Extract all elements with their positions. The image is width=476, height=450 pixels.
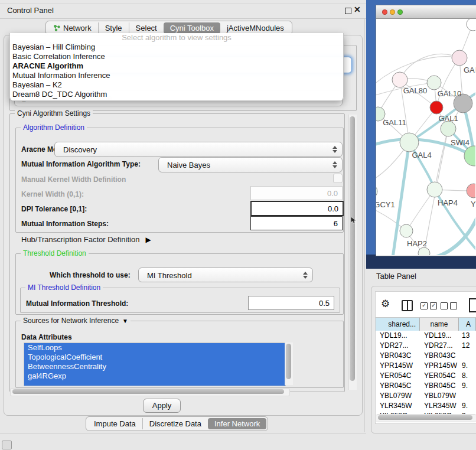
popup-item[interactable]: Bayesian – K2	[10, 80, 343, 90]
table-row[interactable]: YPR145WYPR145W9.	[376, 361, 476, 371]
tab-infer-network[interactable]: Infer Network	[208, 418, 266, 429]
close-icon[interactable]: ✕	[354, 5, 361, 14]
scrollbar-thumb[interactable]	[378, 415, 472, 420]
sources-title[interactable]: Sources for Network Inference▼	[21, 317, 131, 325]
node[interactable]	[467, 19, 475, 31]
aracne-mode-combobox[interactable]: Discovery	[54, 142, 343, 157]
svg-text:Y: Y	[471, 200, 475, 208]
tab-cyni-toolbox[interactable]: Cyni Toolbox	[164, 22, 220, 34]
column-header-shared-name[interactable]: shared...	[376, 318, 420, 331]
dpi-tolerance-field[interactable]: 0.0	[250, 201, 344, 216]
table-row[interactable]: YER054CYER054C8.	[376, 371, 476, 381]
deselect-all-checkboxes-icon[interactable]	[441, 302, 457, 309]
data-attributes-label: Data Attributes	[21, 333, 72, 341]
data-attributes-list: SelfLoops TopologicalCoefficient Between…	[24, 343, 286, 386]
bottom-tabbar: Impute Data Discretize Data Infer Networ…	[86, 416, 268, 431]
popup-placeholder: Select algorithm to view settings	[10, 33, 343, 43]
tab-select[interactable]: Select	[129, 22, 164, 34]
table-header: shared... name A	[376, 317, 476, 331]
dock-panel-icon[interactable]	[2, 441, 12, 449]
node-gal4[interactable]	[400, 133, 419, 152]
list-item[interactable]: TopologicalCoefficient	[24, 353, 285, 362]
scrollbar-thumb[interactable]	[12, 389, 284, 394]
which-threshold-label: Which threshold to use:	[50, 271, 131, 279]
new-table-icon[interactable]	[469, 298, 476, 312]
settings-vscrollbar[interactable]	[348, 115, 357, 390]
manual-kernel-label: Manual Kernel Width Definition	[21, 175, 126, 184]
zoom-traffic-light-icon[interactable]	[397, 9, 403, 15]
node-y[interactable]	[467, 184, 475, 198]
network-window: GAL GAL80 GAL10 GAL1 GAL11 SWI4 GAL4 GCY…	[376, 5, 476, 256]
select-all-checkboxes-icon[interactable]: ✓✓	[420, 302, 437, 309]
apply-button[interactable]: Apply	[143, 399, 181, 413]
mi-threshold-label: Mutual Information Threshold:	[26, 299, 128, 308]
network-canvas[interactable]: GAL GAL80 GAL10 GAL1 GAL11 SWI4 GAL4 GCY…	[376, 19, 475, 255]
table-row[interactable]: YBL079WYBL079W	[376, 391, 476, 401]
popup-item[interactable]: Bayesian – Hill Climbing	[10, 43, 343, 52]
mi-type-combobox[interactable]: Naive Bayes	[158, 157, 343, 172]
node-gal80[interactable]	[392, 72, 407, 87]
network-window-titlebar[interactable]	[376, 5, 476, 19]
table-row[interactable]: YDR27...YDR27...12	[376, 341, 476, 351]
panel-divider	[0, 433, 366, 433]
list-item-partial[interactable]	[24, 381, 285, 386]
popup-item[interactable]: Basic Correlation Inference	[10, 52, 343, 61]
node[interactable]	[452, 50, 467, 66]
node-gal10[interactable]	[427, 76, 441, 90]
mi-threshold-field[interactable]: 0.5	[248, 296, 334, 310]
table-row[interactable]: YBR045CYBR045C9.	[376, 381, 476, 391]
mi-threshold-title: MI Threshold Definition	[25, 283, 103, 292]
list-item[interactable]: BetweennessCentrality	[24, 362, 285, 371]
settings-hscrollbar[interactable]	[10, 388, 290, 396]
table-hscrollbar[interactable]	[376, 414, 476, 422]
svg-text:GAL11: GAL11	[383, 118, 406, 127]
node-gcy1[interactable]	[376, 184, 377, 198]
settings-group-title: Cyni Algorithm Settings	[15, 109, 93, 118]
svg-text:GAL: GAL	[464, 66, 475, 74]
node-swi4[interactable]	[464, 146, 475, 166]
tab-network[interactable]: Network	[47, 22, 98, 34]
node-red[interactable]	[430, 101, 443, 114]
node-hap2[interactable]	[400, 224, 413, 237]
panel-divider	[364, 19, 365, 432]
stepper-icon	[303, 272, 308, 279]
popup-item-selected[interactable]: ARACNE Algorithm	[10, 61, 343, 71]
expand-arrow-icon: ▶	[145, 236, 151, 244]
manual-kernel-checkbox[interactable]	[333, 174, 343, 183]
stepper-icon	[332, 146, 337, 153]
hub-definition-toggle[interactable]: Hub/Transcription Factor Definition▶	[21, 235, 151, 244]
attributes-scrollbar[interactable]	[285, 343, 293, 385]
close-traffic-light-icon[interactable]	[382, 9, 387, 15]
desktop-shade	[366, 255, 476, 269]
mi-type-label: Mutual Information Algorithm Type:	[21, 160, 141, 168]
node-gal1[interactable]	[441, 121, 456, 136]
svg-text:GAL1: GAL1	[438, 114, 458, 123]
column-header-name[interactable]: name	[420, 318, 459, 331]
tab-jactivemnodules[interactable]: jActiveMNodules	[220, 22, 291, 34]
scrollbar-thumb[interactable]	[286, 344, 291, 379]
popup-item[interactable]: Mutual Information Inference	[10, 71, 343, 80]
algorithm-popup: Select algorithm to view settings Bayesi…	[9, 33, 344, 101]
which-threshold-combobox[interactable]: MI Threshold	[138, 268, 313, 282]
mi-steps-field[interactable]: 6	[250, 216, 343, 230]
column-header-a[interactable]: A	[459, 318, 476, 331]
minimize-traffic-light-icon[interactable]	[390, 9, 395, 15]
svg-text:HAP2: HAP2	[407, 239, 427, 248]
scrollbar-thumb[interactable]	[350, 116, 355, 381]
list-item[interactable]: gal4RGexp	[24, 371, 285, 381]
table-row[interactable]: YBR043CYBR043C	[376, 351, 476, 361]
node-hap4[interactable]	[427, 182, 442, 197]
algorithm-definition-title: Algorithm Definition	[21, 123, 87, 132]
kernel-width-field[interactable]: 0.0	[250, 186, 343, 200]
tab-style[interactable]: Style	[98, 22, 129, 34]
list-item[interactable]: SelfLoops	[24, 343, 285, 353]
table-row[interactable]: YLR345WYLR345W9.	[376, 401, 476, 411]
tab-discretize-data[interactable]: Discretize Data	[142, 418, 208, 429]
column-layout-icon[interactable]	[402, 300, 413, 311]
gear-icon[interactable]: ⚙	[381, 298, 390, 310]
table-row[interactable]: YDL19...YDL19...13	[376, 331, 476, 341]
tab-impute-data[interactable]: Impute Data	[87, 418, 142, 429]
popup-item[interactable]: Dream8 DC_TDC Algorithm	[10, 90, 343, 99]
network-icon	[54, 25, 60, 31]
float-window-icon[interactable]	[345, 8, 351, 14]
